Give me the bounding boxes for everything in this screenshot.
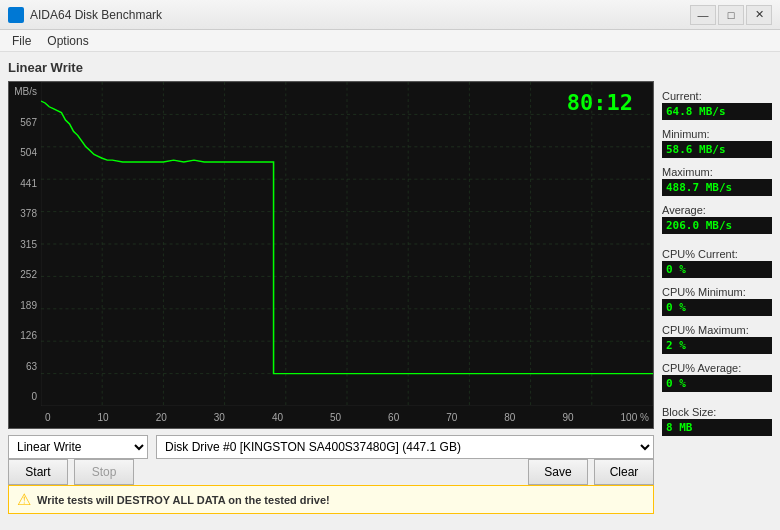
x-label-100: 100 % [621, 412, 649, 423]
x-label-0: 0 [45, 412, 51, 423]
maximum-label: Maximum: [662, 166, 772, 178]
maximize-button[interactable]: □ [718, 5, 744, 25]
menu-file[interactable]: File [4, 32, 39, 50]
close-button[interactable]: ✕ [746, 5, 772, 25]
y-label-0: 0 [31, 391, 37, 402]
current-value: 64.8 MB/s [662, 103, 772, 120]
y-axis-labels: MB/s 567 504 441 378 315 252 189 126 63 … [9, 82, 41, 406]
stat-current: Current: 64.8 MB/s [662, 90, 772, 120]
chart-area: Linear Write MB/s 567 504 441 378 315 25… [8, 60, 654, 514]
y-label-504: 504 [20, 147, 37, 158]
window-title: AIDA64 Disk Benchmark [30, 8, 162, 22]
title-bar: AIDA64 Disk Benchmark — □ ✕ [0, 0, 780, 30]
clear-button[interactable]: Clear [594, 459, 654, 485]
warning-bar: ⚠ Write tests will DESTROY ALL DATA on t… [8, 485, 654, 514]
save-button[interactable]: Save [528, 459, 588, 485]
app-icon [8, 7, 24, 23]
cpu-minimum-label: CPU% Minimum: [662, 286, 772, 298]
stat-cpu-current: CPU% Current: 0 % [662, 248, 772, 278]
maximum-value: 488.7 MB/s [662, 179, 772, 196]
stat-average: Average: 206.0 MB/s [662, 204, 772, 234]
x-label-20: 20 [156, 412, 167, 423]
minimum-value: 58.6 MB/s [662, 141, 772, 158]
x-label-10: 10 [98, 412, 109, 423]
bottom-section: Linear Write Linear Read Random Read Ran… [8, 435, 654, 514]
cpu-maximum-value: 2 % [662, 337, 772, 354]
chart-title: Linear Write [8, 60, 654, 75]
cpu-current-label: CPU% Current: [662, 248, 772, 260]
controls-row2: Start Stop Save Clear [8, 459, 654, 485]
x-label-30: 30 [214, 412, 225, 423]
warning-text: Write tests will DESTROY ALL DATA on the… [37, 494, 330, 506]
stat-maximum: Maximum: 488.7 MB/s [662, 166, 772, 196]
start-button[interactable]: Start [8, 459, 68, 485]
average-label: Average: [662, 204, 772, 216]
minimize-button[interactable]: — [690, 5, 716, 25]
stop-button[interactable]: Stop [74, 459, 134, 485]
x-label-70: 70 [446, 412, 457, 423]
cpu-maximum-label: CPU% Maximum: [662, 324, 772, 336]
main-content: Linear Write MB/s 567 504 441 378 315 25… [0, 52, 780, 522]
y-label-252: 252 [20, 269, 37, 280]
window-controls: — □ ✕ [690, 5, 772, 25]
block-size-label: Block Size: [662, 406, 772, 418]
y-label-378: 378 [20, 208, 37, 219]
stat-cpu-maximum: CPU% Maximum: 2 % [662, 324, 772, 354]
cpu-average-value: 0 % [662, 375, 772, 392]
cpu-average-label: CPU% Average: [662, 362, 772, 374]
average-value: 206.0 MB/s [662, 217, 772, 234]
right-panel: Current: 64.8 MB/s Minimum: 58.6 MB/s Ma… [662, 60, 772, 514]
y-label-189: 189 [20, 300, 37, 311]
stat-cpu-average: CPU% Average: 0 % [662, 362, 772, 392]
block-size-value: 8 MB [662, 419, 772, 436]
x-label-60: 60 [388, 412, 399, 423]
y-label-441: 441 [20, 178, 37, 189]
x-axis-labels: 0 10 20 30 40 50 60 70 80 90 100 % [41, 406, 653, 428]
x-label-80: 80 [504, 412, 515, 423]
stat-minimum: Minimum: 58.6 MB/s [662, 128, 772, 158]
cpu-current-value: 0 % [662, 261, 772, 278]
chart-container: MB/s 567 504 441 378 315 252 189 126 63 … [8, 81, 654, 429]
menu-bar: File Options [0, 30, 780, 52]
stat-block-size: Block Size: 8 MB [662, 406, 772, 436]
y-label-mbs: MB/s [14, 86, 37, 97]
x-label-90: 90 [562, 412, 573, 423]
current-label: Current: [662, 90, 772, 102]
menu-options[interactable]: Options [39, 32, 96, 50]
x-label-50: 50 [330, 412, 341, 423]
disk-select[interactable]: Disk Drive #0 [KINGSTON SA400S37480G] (4… [156, 435, 654, 459]
warning-icon: ⚠ [17, 490, 31, 509]
cpu-minimum-value: 0 % [662, 299, 772, 316]
y-label-126: 126 [20, 330, 37, 341]
controls-row1: Linear Write Linear Read Random Read Ran… [8, 435, 654, 459]
y-label-567: 567 [20, 117, 37, 128]
minimum-label: Minimum: [662, 128, 772, 140]
stat-cpu-minimum: CPU% Minimum: 0 % [662, 286, 772, 316]
chart-svg [41, 82, 653, 406]
x-label-40: 40 [272, 412, 283, 423]
y-label-63: 63 [26, 361, 37, 372]
test-type-select[interactable]: Linear Write Linear Read Random Read Ran… [8, 435, 148, 459]
y-label-315: 315 [20, 239, 37, 250]
